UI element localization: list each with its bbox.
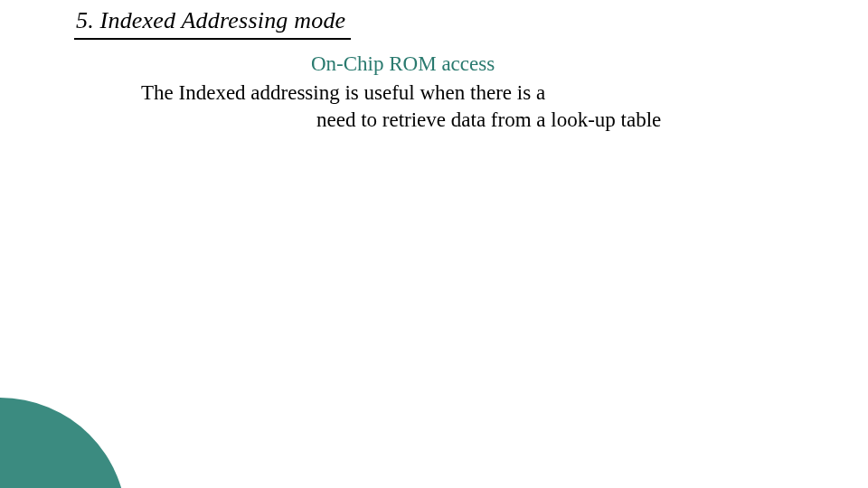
slide-title: 5. Indexed Addressing mode <box>76 7 345 34</box>
slide: 5. Indexed Addressing mode On-Chip ROM a… <box>0 0 868 488</box>
corner-circle-decoration <box>0 398 127 488</box>
title-underline <box>74 38 351 40</box>
slide-body: On-Chip ROM access The Indexed addressin… <box>141 51 661 134</box>
body-line-2: need to retrieve data from a look-up tab… <box>316 107 661 134</box>
subheading: On-Chip ROM access <box>311 51 661 78</box>
body-line-1: The Indexed addressing is useful when th… <box>141 80 661 107</box>
